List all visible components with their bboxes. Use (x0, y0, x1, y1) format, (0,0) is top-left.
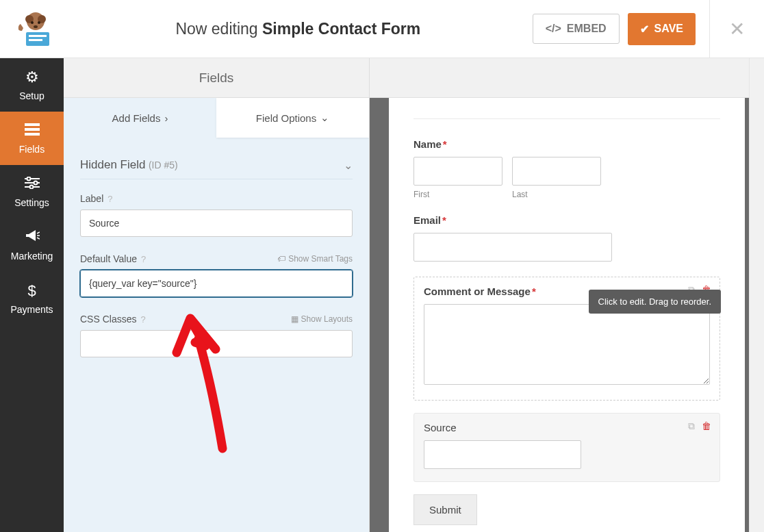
show-layouts[interactable]: ▦ Show Layouts (291, 314, 353, 324)
check-icon: ✔ (640, 23, 649, 36)
svg-rect-9 (25, 123, 40, 126)
sidebar-item-label: Setup (19, 90, 44, 101)
preview-comment-block[interactable]: ⧉ 🗑 Comment or Message* Click to edit. D… (413, 277, 720, 401)
svg-rect-7 (29, 35, 47, 37)
gear-icon: ⚙ (25, 68, 39, 86)
svg-point-5 (34, 25, 38, 28)
svg-point-4 (38, 21, 40, 24)
edit-tooltip: Click to edit. Drag to reorder. (589, 290, 721, 314)
duplicate-icon[interactable]: ⧉ (688, 420, 695, 432)
right-gutter (749, 58, 764, 532)
tab-add-fields[interactable]: Add Fields › (64, 98, 216, 138)
first-name-input[interactable] (413, 157, 502, 186)
submit-button[interactable]: Submit (413, 494, 477, 525)
source-label: Source (424, 422, 710, 433)
close-button[interactable]: ✕ (709, 0, 764, 58)
chevron-down-icon: ⌄ (344, 159, 353, 172)
section-header[interactable]: Hidden Field (ID #5) ⌄ (80, 146, 353, 179)
bullhorn-icon (25, 229, 40, 246)
svg-point-3 (31, 21, 34, 24)
section-id: (ID #5) (149, 160, 178, 170)
svg-point-13 (27, 177, 30, 181)
css-classes-input[interactable] (80, 330, 353, 357)
first-sublabel: First (413, 190, 502, 199)
list-icon (25, 122, 40, 140)
last-name-input[interactable] (512, 157, 601, 186)
tag-icon: 🏷 (277, 254, 285, 264)
save-button[interactable]: ✔ SAVE (628, 13, 696, 45)
preview-name-field[interactable]: Name* First Last (413, 138, 720, 199)
sidebar-item-label: Fields (19, 144, 44, 155)
sidebar-item-fields[interactable]: Fields (0, 112, 64, 165)
wpforms-logo (0, 10, 64, 48)
svg-rect-8 (29, 39, 42, 41)
name-label: Name* (413, 138, 720, 150)
label-input[interactable] (80, 210, 353, 237)
section-title: Hidden Field (80, 158, 145, 171)
preview-email-field[interactable]: Email* (413, 214, 720, 262)
svg-point-17 (29, 186, 33, 189)
embed-button[interactable]: </> EMBED (533, 14, 620, 44)
preview-source-block[interactable]: ⧉ 🗑 Source (413, 413, 720, 482)
panel-header: Fields (64, 58, 369, 98)
default-value-label: Default Value ? (80, 253, 146, 264)
show-smart-tags[interactable]: 🏷 Show Smart Tags (277, 254, 353, 264)
dollar-icon: $ (27, 282, 36, 300)
sidebar-item-label: Payments (10, 304, 53, 315)
sidebar-item-payments[interactable]: $ Payments (0, 272, 64, 325)
email-label: Email* (413, 214, 720, 226)
form-preview: Name* First Last Email* (389, 98, 745, 532)
page-title: Now editing Simple Contact Form (64, 20, 533, 38)
comment-textarea[interactable] (424, 304, 710, 385)
chevron-down-icon: ⌄ (320, 112, 329, 124)
default-value-input[interactable] (80, 270, 353, 297)
svg-rect-11 (25, 133, 40, 136)
css-classes-label: CSS Classes ? (80, 314, 146, 325)
help-icon[interactable]: ? (141, 254, 146, 264)
svg-rect-10 (25, 128, 40, 131)
sidebar-item-settings[interactable]: Settings (0, 165, 64, 218)
email-input[interactable] (413, 233, 612, 262)
last-sublabel: Last (512, 190, 601, 199)
help-icon[interactable]: ? (107, 194, 112, 204)
trash-icon[interactable]: 🗑 (702, 420, 711, 432)
grid-icon: ▦ (291, 314, 298, 324)
sliders-icon (25, 175, 40, 193)
sidebar-item-setup[interactable]: ⚙ Setup (0, 58, 64, 112)
source-input[interactable] (424, 440, 581, 469)
chevron-right-icon: › (164, 112, 168, 124)
tab-field-options[interactable]: Field Options ⌄ (216, 98, 369, 138)
sidebar-item-label: Settings (14, 197, 49, 208)
help-icon[interactable]: ? (140, 314, 145, 325)
preview-header-strip (370, 58, 764, 98)
svg-point-15 (34, 181, 37, 185)
label-label: Label ? (80, 193, 113, 204)
code-icon: </> (546, 23, 561, 35)
sidebar-item-label: Marketing (11, 251, 53, 262)
close-icon: ✕ (729, 18, 745, 40)
sidebar-item-marketing[interactable]: Marketing (0, 218, 64, 272)
